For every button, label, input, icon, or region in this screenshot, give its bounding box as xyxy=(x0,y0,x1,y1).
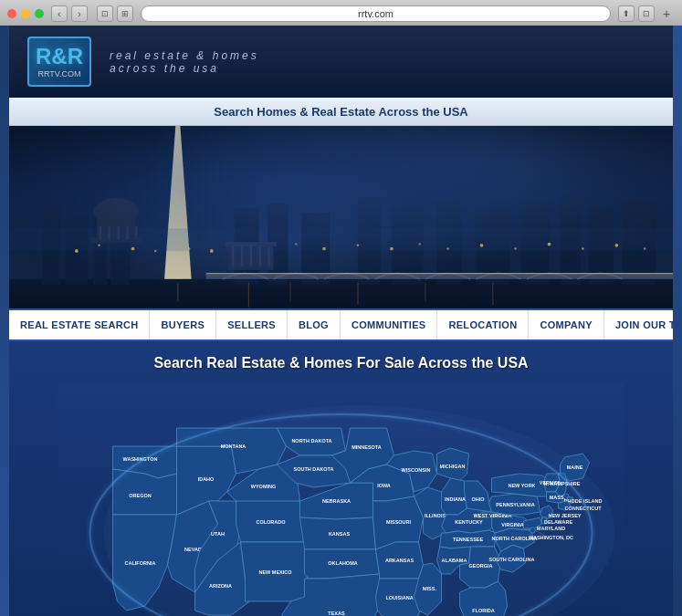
nav-sellers[interactable]: SELLERS xyxy=(216,310,288,339)
header-tagline: real estate & homes across the usa xyxy=(110,49,259,75)
map-section: Search Real Estate & Homes For Sale Acro… xyxy=(9,341,673,616)
address-bar[interactable]: rrtv.com xyxy=(141,5,611,22)
hero-image xyxy=(9,126,673,308)
site-header: R&R RRTV.COM real estate & homes across … xyxy=(9,26,673,98)
map-title: Search Real Estate & Homes For Sale Acro… xyxy=(23,355,659,371)
tabs-icon[interactable]: ⊡ xyxy=(638,5,655,22)
state-colorado[interactable] xyxy=(236,501,305,542)
state-dc[interactable] xyxy=(530,527,536,533)
state-oklahoma[interactable] xyxy=(305,549,380,579)
search-bar[interactable]: Search Homes & Real Estate Across the US… xyxy=(9,98,673,126)
browser-chrome: ‹ › ⊡ ⊞ rrtv.com ⬆ ⊡ + xyxy=(0,0,682,26)
nav-join-our-team[interactable]: JOIN OUR TEAM xyxy=(604,310,673,339)
browser-right-icons: ⬆ ⊡ + xyxy=(618,5,675,22)
nav-bar: REAL ESTATE SEARCH BUYERS SELLERS BLOG C… xyxy=(9,308,673,341)
usa-map-svg: WASHINGTON OREGON CALIFORNIA NEVADA IDAH… xyxy=(23,382,659,616)
state-delaware[interactable] xyxy=(542,517,547,524)
state-oregon[interactable] xyxy=(113,469,177,515)
share-icon[interactable]: ⬆ xyxy=(618,5,635,22)
minimize-button[interactable] xyxy=(21,9,30,18)
nav-company[interactable]: COMPANY xyxy=(529,310,604,339)
maximize-button[interactable] xyxy=(35,9,44,18)
grid-icon[interactable]: ⊞ xyxy=(117,5,133,22)
logo-rr: R&R xyxy=(36,46,83,68)
logo-domain: RRTV.COM xyxy=(37,69,80,78)
traffic-lights xyxy=(7,9,44,18)
state-tennessee[interactable] xyxy=(440,530,497,548)
window-icons: ⊡ ⊞ xyxy=(97,5,133,22)
state-kansas[interactable] xyxy=(300,517,376,549)
close-button[interactable] xyxy=(7,9,16,18)
website-container: R&R RRTV.COM real estate & homes across … xyxy=(9,26,673,616)
sky-glow xyxy=(9,126,673,308)
nav-relocation[interactable]: RELOCATION xyxy=(437,310,529,339)
url-text: rrtv.com xyxy=(358,8,393,19)
state-pennsylvania[interactable] xyxy=(489,494,540,515)
forward-button[interactable]: › xyxy=(71,5,88,22)
state-missouri[interactable] xyxy=(373,496,424,549)
logo-area: R&R RRTV.COM xyxy=(27,37,91,87)
usa-map-container: WASHINGTON OREGON CALIFORNIA NEVADA IDAH… xyxy=(23,382,659,616)
tab-icon[interactable]: ⊡ xyxy=(97,5,113,22)
state-new-mexico[interactable] xyxy=(241,542,310,601)
new-tab-button[interactable]: + xyxy=(658,5,675,22)
nav-blog[interactable]: BLOG xyxy=(288,310,341,339)
nav-buyers[interactable]: BUYERS xyxy=(150,310,216,339)
state-arkansas[interactable] xyxy=(376,542,424,579)
nav-real-estate-search[interactable]: REAL ESTATE SEARCH xyxy=(9,310,150,339)
nav-communities[interactable]: COMMUNITIES xyxy=(341,310,438,339)
browser-nav-buttons: ‹ › xyxy=(51,5,88,22)
tagline-main: real estate & homes xyxy=(110,49,259,62)
back-button[interactable]: ‹ xyxy=(51,5,68,22)
logo-box: R&R RRTV.COM xyxy=(27,37,91,87)
tagline-sub: across the usa xyxy=(110,62,259,75)
search-bar-text: Search Homes & Real Estate Across the US… xyxy=(214,105,467,119)
